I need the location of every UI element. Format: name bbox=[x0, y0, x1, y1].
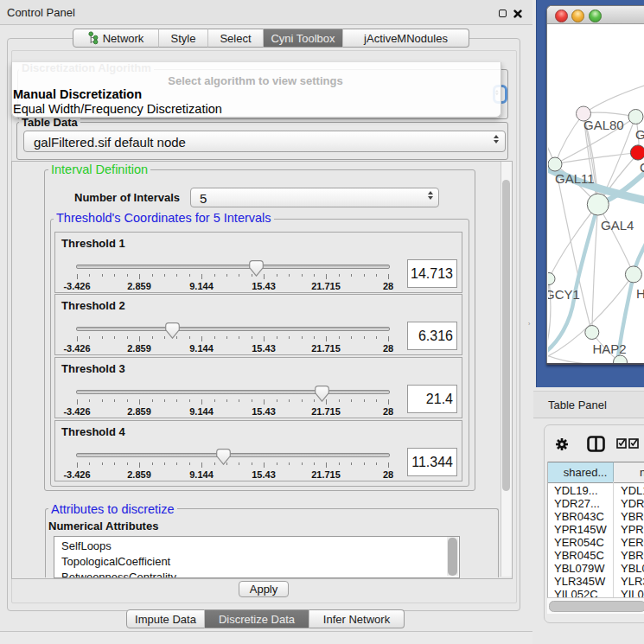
svg-text:GAL11: GAL11 bbox=[555, 171, 595, 186]
svg-text:GCY1: GCY1 bbox=[548, 287, 580, 302]
svg-text:GAL80: GAL80 bbox=[583, 118, 624, 132]
svg-text:G.: G. bbox=[635, 127, 644, 142]
svg-text:H: H bbox=[636, 286, 644, 301]
svg-text:GAL4: GAL4 bbox=[601, 218, 634, 233]
svg-text:HAP2: HAP2 bbox=[592, 341, 626, 356]
svg-text:C: C bbox=[640, 160, 644, 175]
